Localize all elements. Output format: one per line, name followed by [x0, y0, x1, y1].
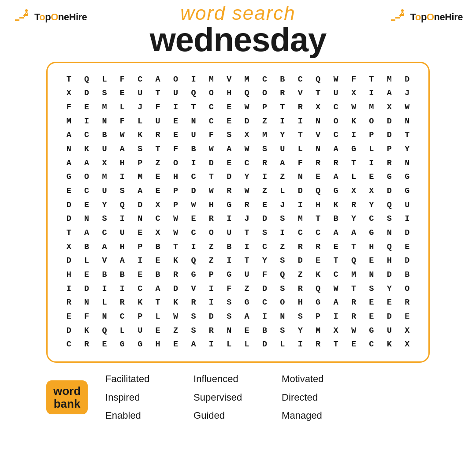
grid-cell: Q — [380, 198, 398, 212]
grid-cell: D — [60, 198, 78, 212]
grid-cell: I — [131, 254, 149, 268]
grid-cell: A — [380, 87, 398, 101]
grid-cell: D — [380, 115, 398, 129]
grid-cell: X — [380, 100, 398, 115]
grid-cell: A — [78, 156, 95, 171]
grid-cell: C — [327, 100, 345, 115]
grid-cell: H — [60, 268, 78, 282]
grid-cell: A — [238, 310, 256, 324]
grid-cell: L — [238, 338, 256, 352]
grid-cell: B — [256, 324, 273, 338]
grid-cell: R — [309, 240, 327, 254]
grid-cell: G — [220, 268, 238, 282]
grid-cell: X — [345, 87, 362, 101]
word-bank-section: wordbank FacilitatedInfluencedMotivatedI… — [46, 371, 430, 424]
grid-cell: E — [398, 310, 416, 324]
grid-cell: A — [113, 142, 131, 156]
grid-cell: B — [113, 268, 131, 282]
grid-cell: I — [113, 212, 131, 227]
grid-cell: D — [398, 254, 416, 268]
grid-cell: V — [220, 73, 238, 87]
grid-cell: I — [185, 156, 202, 171]
word-bank-item: Motivated — [282, 371, 370, 387]
grid-cell: G — [238, 296, 256, 310]
grid-cell: E — [363, 171, 380, 185]
grid-cell: Y — [380, 282, 398, 296]
grid-cell: A — [96, 240, 113, 254]
grid-cell: X — [149, 226, 167, 240]
grid-cell: I — [202, 338, 220, 352]
grid-cell: R — [149, 129, 167, 143]
grid-cell: Y — [363, 198, 380, 212]
word-search-grid-container: TQLFCAOIMVMCBCQWFTMDXDSEUTUQOHQORVTUXIAJ… — [46, 62, 430, 363]
grid-cell: G — [363, 324, 380, 338]
grid-cell: D — [256, 282, 273, 296]
grid-cell: X — [327, 324, 345, 338]
grid-cell: C — [185, 226, 202, 240]
grid-cell: A — [327, 226, 345, 240]
grid-cell: O — [167, 156, 184, 171]
grid-cell: G — [60, 171, 78, 185]
grid-cell: N — [291, 171, 309, 185]
grid-cell: X — [60, 240, 78, 254]
grid-cell: O — [78, 171, 95, 185]
grid-cell: V — [291, 87, 309, 101]
grid-cell: L — [345, 171, 362, 185]
grid-cell: R — [202, 324, 220, 338]
grid-cell: W — [167, 310, 184, 324]
grid-cell: R — [309, 156, 327, 171]
grid-cell: O — [167, 73, 184, 87]
grid-cell: R — [274, 87, 291, 101]
grid-cell: T — [149, 87, 167, 101]
grid-cell: E — [149, 171, 167, 185]
grid-cell: E — [380, 296, 398, 310]
grid-cell: E — [78, 198, 95, 212]
grid-cell: R — [345, 198, 362, 212]
grid-cell: N — [363, 268, 380, 282]
grid-cell: F — [60, 100, 78, 115]
grid-cell: Z — [274, 171, 291, 185]
grid-cell: N — [309, 142, 327, 156]
grid-cell: V — [185, 282, 202, 296]
grid-cell: E — [363, 296, 380, 310]
grid-cell: C — [149, 212, 167, 227]
logo-right: TopOneHire — [389, 8, 463, 26]
grid-cell: X — [345, 184, 362, 198]
grid-cell: S — [256, 226, 273, 240]
grid-cell: D — [291, 254, 309, 268]
grid-cell: C — [309, 226, 327, 240]
grid-cell: D — [380, 129, 398, 143]
grid-cell: G — [327, 184, 345, 198]
grid-cell: W — [345, 324, 362, 338]
grid-cell: Q — [78, 73, 95, 87]
grid-cell: H — [363, 240, 380, 254]
grid-cell: B — [274, 73, 291, 87]
grid-cell: I — [220, 254, 238, 268]
word-bank-item: Influenced — [193, 371, 282, 387]
grid-cell: T — [345, 156, 362, 171]
grid-cell: Y — [291, 324, 309, 338]
grid-cell: Z — [202, 254, 220, 268]
grid-cell: I — [363, 156, 380, 171]
grid-cell: O — [274, 296, 291, 310]
grid-cell: E — [185, 212, 202, 227]
grid-cell: S — [220, 310, 238, 324]
grid-cell: U — [167, 87, 184, 101]
grid-cell: B — [398, 268, 416, 282]
grid-cell: E — [131, 226, 149, 240]
grid-cell: Z — [256, 184, 273, 198]
grid-cell: L — [78, 254, 95, 268]
grid-cell: A — [113, 254, 131, 268]
word-search-title: word search — [150, 4, 327, 23]
grid-cell: F — [256, 268, 273, 282]
grid-cell: B — [78, 240, 95, 254]
grid-cell: M — [96, 100, 113, 115]
svg-rect-1 — [19, 17, 24, 19]
grid-cell: G — [345, 142, 362, 156]
grid-cell: T — [309, 212, 327, 227]
grid-cell: Y — [256, 254, 273, 268]
grid-cell: D — [398, 226, 416, 240]
grid-cell: Q — [185, 254, 202, 268]
grid-cell: C — [291, 73, 309, 87]
grid-cell: K — [167, 296, 184, 310]
